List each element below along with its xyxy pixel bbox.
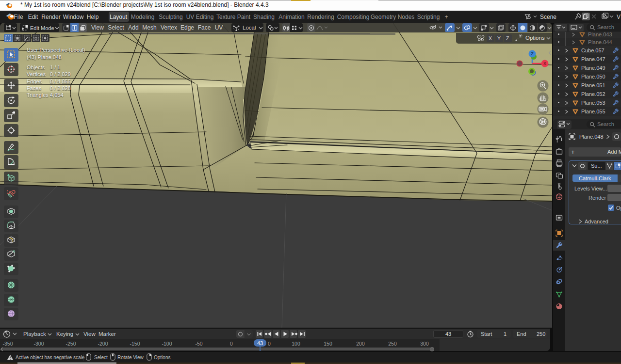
svg-text:Z: Z: [531, 51, 534, 56]
svg-text:X: X: [543, 61, 546, 66]
